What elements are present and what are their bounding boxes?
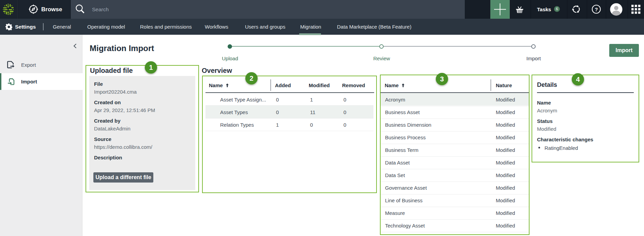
svg-text:?: ?: [595, 6, 598, 12]
